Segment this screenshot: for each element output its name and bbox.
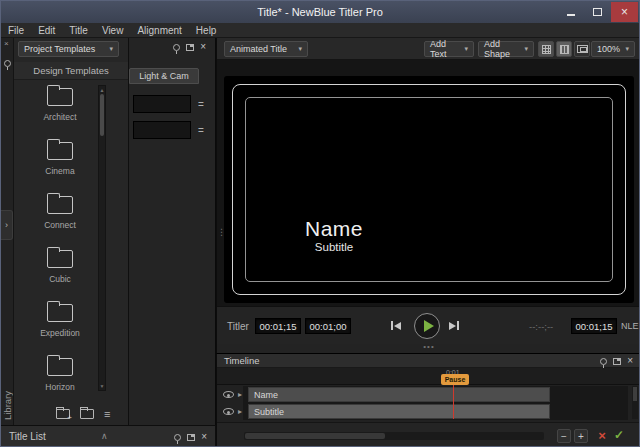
canvas-title-text[interactable]: Name: [274, 217, 394, 241]
menu-item-title[interactable]: Title: [62, 23, 95, 38]
timeline-hscrollbar[interactable]: [244, 432, 544, 440]
menu-item-file[interactable]: File: [1, 23, 31, 38]
close-icon[interactable]: ×: [200, 43, 206, 51]
add-shape-dropdown[interactable]: Add Shape ▾: [478, 41, 534, 57]
template-item-cubic[interactable]: Cubic: [14, 246, 106, 300]
close-button[interactable]: ×: [611, 2, 638, 22]
preview-canvas[interactable]: Name Subtitle: [224, 76, 634, 303]
expand-track-icon[interactable]: ▸: [238, 390, 246, 399]
collapse-icon[interactable]: ∧: [101, 431, 108, 441]
list-view-icon[interactable]: ≡: [104, 409, 110, 419]
project-templates-dropdown[interactable]: Project Templates ▾: [18, 41, 119, 57]
nle-time-field[interactable]: 00:01;15: [571, 318, 617, 334]
menu-item-view[interactable]: View: [95, 23, 131, 38]
zoom-dropdown[interactable]: 100% ▾: [591, 41, 635, 57]
template-item-connect[interactable]: Connect: [14, 192, 106, 246]
template-item-horizon[interactable]: Horizon: [14, 354, 106, 408]
pin-icon[interactable]: [173, 44, 180, 51]
tab-light-and-cam[interactable]: Light & Cam: [129, 68, 199, 84]
close-icon[interactable]: ×: [4, 40, 9, 48]
track-clip-name[interactable]: Name: [248, 387, 550, 402]
current-time-value: 00:01;15: [260, 321, 297, 332]
scrollbar-thumb[interactable]: [100, 94, 104, 136]
add-text-dropdown[interactable]: Add Text ▾: [424, 41, 474, 57]
safe-area-toggle-button[interactable]: [574, 41, 590, 57]
library-expand-button[interactable]: ›: [1, 210, 13, 240]
pause-marker-label: Pause: [445, 376, 466, 383]
scroll-up-icon[interactable]: ▲: [99, 87, 105, 93]
title-style-dropdown[interactable]: Animated Title ▾: [224, 41, 308, 57]
panel-divider-grip[interactable]: ⋮: [217, 230, 223, 235]
pause-marker[interactable]: Pause: [441, 374, 469, 385]
title-list-label: Title List: [9, 431, 46, 442]
maximize-button[interactable]: [584, 2, 611, 22]
scroll-down-icon[interactable]: ▼: [99, 383, 105, 389]
close-icon[interactable]: ×: [627, 357, 633, 365]
visibility-toggle-icon[interactable]: [223, 408, 234, 415]
action-safe-guide: [232, 84, 626, 295]
menu-item-alignment[interactable]: Alignment: [130, 23, 188, 38]
timeline-vscrollbar[interactable]: [632, 386, 638, 419]
zoom-in-button[interactable]: +: [574, 429, 588, 443]
pin-icon[interactable]: [4, 60, 11, 67]
app-window: Title* - NewBlue Titler Pro × File Edit …: [0, 0, 640, 447]
guides-toggle-button[interactable]: [556, 41, 572, 57]
zoom-out-button[interactable]: −: [557, 429, 571, 443]
templates-panel: Project Templates ▾ Design Templates Arc…: [14, 38, 129, 425]
playhead[interactable]: [453, 385, 454, 419]
timeline-ruler[interactable]: 0:01: [217, 368, 640, 385]
duration-field[interactable]: 00:01;00: [305, 318, 351, 334]
canvas-subtitle-text[interactable]: Subtitle: [274, 241, 394, 253]
template-item-expedition[interactable]: Expedition: [14, 300, 106, 354]
minimize-button[interactable]: [557, 2, 584, 22]
titlebar[interactable]: Title* - NewBlue Titler Pro ×: [1, 1, 639, 23]
track-clip-subtitle[interactable]: Subtitle: [248, 404, 550, 419]
cancel-button[interactable]: ×: [594, 427, 610, 443]
menu-item-help[interactable]: Help: [189, 23, 224, 38]
library-label[interactable]: Library: [2, 391, 13, 420]
confirm-button[interactable]: ✓: [611, 427, 627, 443]
scrollbar-thumb[interactable]: [633, 387, 637, 401]
folder-icon: [47, 142, 73, 160]
folder-icon: [47, 304, 73, 322]
scrollbar-thumb[interactable]: [245, 433, 385, 439]
template-item-architect[interactable]: Architect: [14, 84, 106, 138]
template-label: Expedition: [40, 328, 80, 338]
play-button[interactable]: [414, 313, 440, 339]
grid-toggle-button[interactable]: [538, 41, 554, 57]
nle-empty-time: --:--;--: [529, 321, 553, 332]
play-icon: [424, 320, 434, 332]
pin-icon[interactable]: [600, 358, 607, 365]
equals-button[interactable]: =: [198, 125, 204, 136]
popout-icon[interactable]: [187, 434, 195, 441]
new-folder-icon[interactable]: [56, 409, 70, 419]
timeline-footer: − + × ✓: [217, 422, 640, 447]
close-icon[interactable]: ×: [201, 433, 207, 441]
template-label: Connect: [44, 220, 76, 230]
template-item-cinema[interactable]: Cinema: [14, 138, 106, 192]
open-folder-icon[interactable]: [80, 409, 94, 419]
current-time-field[interactable]: 00:01;15: [255, 318, 301, 334]
pin-icon[interactable]: [174, 434, 181, 441]
template-scrollbar[interactable]: ▲ ▼: [98, 85, 106, 391]
skip-back-icon: [394, 322, 401, 330]
visibility-toggle-icon[interactable]: [223, 391, 234, 398]
skip-back-button[interactable]: [391, 321, 401, 330]
title-list-panel: Title List ∧ ×: [1, 425, 216, 447]
template-toolbar: ≡: [56, 409, 110, 419]
nle-time-value: 00:01;15: [576, 321, 613, 332]
panel-controls: ×: [600, 357, 633, 365]
panel-resize-grip[interactable]: •••: [217, 344, 640, 352]
popout-icon[interactable]: [186, 44, 194, 51]
attribute-field[interactable]: [133, 95, 191, 113]
attribute-field[interactable]: [133, 121, 191, 139]
menu-item-edit[interactable]: Edit: [31, 23, 62, 38]
skip-forward-button[interactable]: [449, 321, 459, 330]
panel-controls: ×: [174, 433, 207, 441]
popout-icon[interactable]: [613, 358, 621, 365]
expand-track-icon[interactable]: ▸: [238, 407, 246, 416]
template-label: Cinema: [45, 166, 74, 176]
design-templates-header: Design Templates: [14, 62, 128, 80]
folder-icon: [47, 358, 73, 376]
equals-button[interactable]: =: [198, 99, 204, 110]
